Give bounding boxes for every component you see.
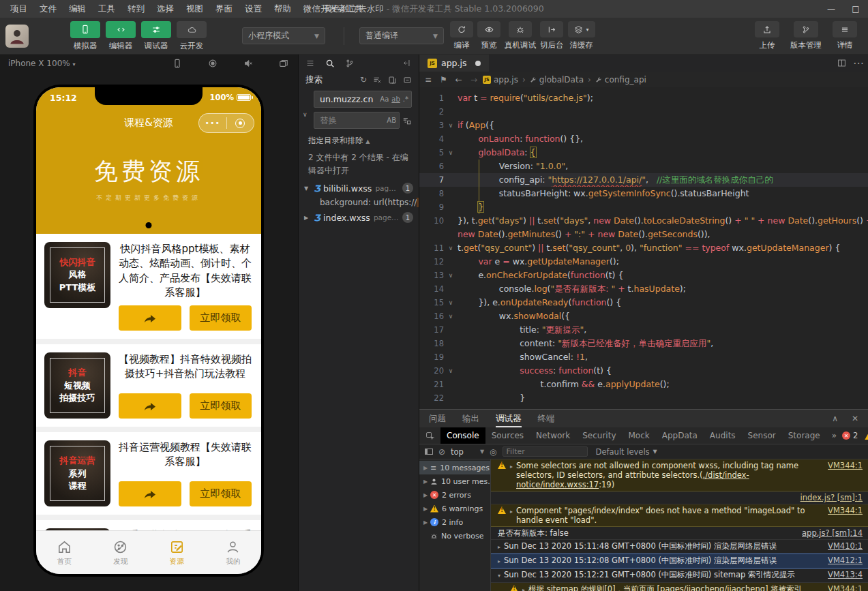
toolbar-button-编辑器[interactable]: 编辑器 (103, 21, 138, 51)
search-match-line[interactable]: background: url(https://... (299, 196, 419, 210)
fold-icon[interactable]: ∨ (444, 296, 458, 309)
toolbar-button-版本管理[interactable]: 版本管理 (785, 21, 827, 50)
console-filter-No verbose[interactable]: No verbose (419, 529, 490, 543)
context-selector[interactable]: top▼ (451, 447, 484, 457)
mode-dropdown[interactable]: 小程序模式▼ (242, 27, 325, 44)
search-icon[interactable] (325, 59, 335, 68)
devtools-tab-Console[interactable]: Console (440, 427, 485, 444)
regex-toggle[interactable]: .* (403, 95, 408, 103)
toggle-replace-icon[interactable]: ∨ (303, 111, 308, 118)
maximize-button[interactable]: □ (843, 4, 868, 14)
sound-icon[interactable] (243, 59, 253, 68)
match-case-toggle[interactable]: Aa (380, 95, 389, 103)
fold-icon[interactable]: ∨ (444, 146, 458, 160)
fold-icon[interactable]: ∨ (444, 309, 458, 323)
panel-tab-终端[interactable]: 终端 (538, 410, 555, 427)
avatar[interactable] (5, 25, 29, 48)
refresh-results-icon[interactable]: ↻ (360, 75, 367, 85)
breadcrumb-item[interactable]: app.js (494, 75, 518, 85)
eye-icon[interactable]: ◎ (490, 447, 496, 457)
collapse-panel-icon[interactable] (403, 59, 412, 67)
tab-app-js[interactable]: JS app.js (419, 55, 489, 72)
fold-icon[interactable]: ∨ (444, 269, 458, 282)
menu-item-帮助[interactable]: 帮助 (268, 3, 297, 15)
toolbar-button-模拟器[interactable]: 模拟器 (68, 21, 103, 51)
source-location-link[interactable]: app.js? [sm]:14 (792, 528, 863, 538)
toolbar-button-编译[interactable]: 编译 (448, 21, 475, 50)
warning-count[interactable]: 6 (865, 431, 868, 440)
toolbar-button-调试器[interactable]: 调试器 (138, 21, 174, 51)
bookmark-icon[interactable]: ⚑ (440, 75, 447, 85)
minimize-button[interactable]: — (819, 4, 843, 14)
explorer-icon[interactable] (305, 59, 315, 68)
open-in-editor-icon[interactable] (388, 76, 397, 85)
devtools-tab-Audits[interactable]: Audits (704, 427, 742, 444)
console-filter-input[interactable] (503, 446, 588, 457)
panel-tab-问题[interactable]: 问题 (429, 410, 446, 427)
split-editor-icon[interactable] (837, 59, 846, 67)
menu-item-文件[interactable]: 文件 (33, 3, 63, 15)
outline-icon[interactable]: ≡ (425, 75, 432, 85)
share-button[interactable] (119, 305, 181, 331)
whole-word-toggle[interactable]: ab (391, 95, 400, 103)
menu-item-编辑[interactable]: 编辑 (63, 3, 92, 15)
menu-item-工具[interactable]: 工具 (92, 3, 121, 15)
menu-item-项目[interactable]: 项目 (4, 3, 33, 15)
menu-item-选择[interactable]: 选择 (151, 3, 180, 15)
close-icon[interactable]: ✕ (852, 414, 858, 423)
tab-发现[interactable]: 发现 (93, 531, 149, 574)
collapse-all-icon[interactable] (403, 76, 412, 85)
toolbar-button-真机调试[interactable]: 真机调试 (503, 21, 538, 50)
devtools-tab-Sources[interactable]: Sources (485, 427, 530, 444)
tab-我的[interactable]: 我的 (205, 531, 262, 574)
files-include-toggle[interactable]: 指定目录和排除 ▲ (299, 129, 419, 146)
toolbar-button-云开发[interactable]: 云开发 (174, 21, 209, 51)
source-location-link[interactable]: index.js? [sm]:1 (791, 493, 863, 502)
toolbar-button-切后台[interactable]: 切后台 (538, 21, 566, 50)
expander-icon[interactable]: ▸ (522, 586, 525, 591)
breadcrumb-item[interactable]: config_api (605, 75, 646, 85)
toolbar-button-详情[interactable]: 详情 (827, 21, 863, 50)
devtools-tab-Mock[interactable]: Mock (623, 427, 656, 444)
clear-results-icon[interactable] (373, 76, 382, 85)
device-selector[interactable]: iPhone X 100% ▾ (8, 59, 76, 68)
share-button[interactable] (119, 481, 181, 506)
toolbar-button-清缓存[interactable]: ▾清缓存 (566, 21, 597, 50)
claim-button[interactable]: 立即领取 (190, 305, 252, 331)
share-button[interactable] (119, 393, 181, 419)
breadcrumb-item[interactable]: globalData (539, 75, 584, 85)
replace-input[interactable] (318, 115, 387, 126)
expander-icon[interactable]: ▾ (498, 571, 500, 581)
panel-tab-输出[interactable]: 输出 (462, 410, 479, 427)
devtools-tab-AppData[interactable]: AppData (656, 427, 704, 444)
tabs-overflow-icon[interactable]: » (826, 427, 842, 444)
tab-首页[interactable]: 首页 (36, 531, 93, 574)
menu-item-转到[interactable]: 转到 (121, 3, 151, 15)
git-branch-icon[interactable] (345, 59, 355, 68)
preserve-case-toggle[interactable]: AB (387, 117, 396, 124)
tab-资源[interactable]: 资源 (149, 531, 205, 574)
windows-icon[interactable] (279, 59, 288, 68)
forward-icon[interactable]: → (470, 75, 477, 85)
claim-button[interactable]: 立即领取 (190, 393, 252, 419)
expander-icon[interactable]: ▸ (498, 557, 500, 566)
toolbar-button-预览[interactable]: 预览 (475, 21, 503, 50)
back-icon[interactable]: ← (455, 75, 462, 85)
console-filter-2 info[interactable]: ▶i2 info (419, 515, 490, 529)
source-location-link[interactable]: VM413:4 (818, 570, 863, 579)
menu-item-视图[interactable]: 视图 (180, 3, 209, 15)
console-sidebar-icon[interactable] (425, 449, 433, 455)
claim-button[interactable]: 立即领取 (190, 481, 252, 506)
source-location-link[interactable]: VM412:1 (818, 556, 863, 565)
panel-tab-调试器[interactable]: 调试器 (496, 410, 522, 427)
more-button[interactable]: ••• (199, 119, 226, 127)
console-filter-6 warnings[interactable]: ▶6 warnings (419, 502, 490, 515)
source-location-link[interactable]: VM344:1 (818, 584, 863, 591)
error-count[interactable]: ✕2 (842, 431, 858, 440)
fold-icon[interactable]: ∨ (444, 364, 458, 378)
menu-item-设置[interactable]: 设置 (239, 3, 268, 15)
expander-icon[interactable]: ▸ (510, 507, 513, 517)
source-link[interactable]: ./dist/index-notice/index.wxss:17 (516, 470, 749, 489)
menu-item-界面[interactable]: 界面 (209, 3, 239, 15)
replace-all-icon[interactable] (402, 116, 412, 125)
